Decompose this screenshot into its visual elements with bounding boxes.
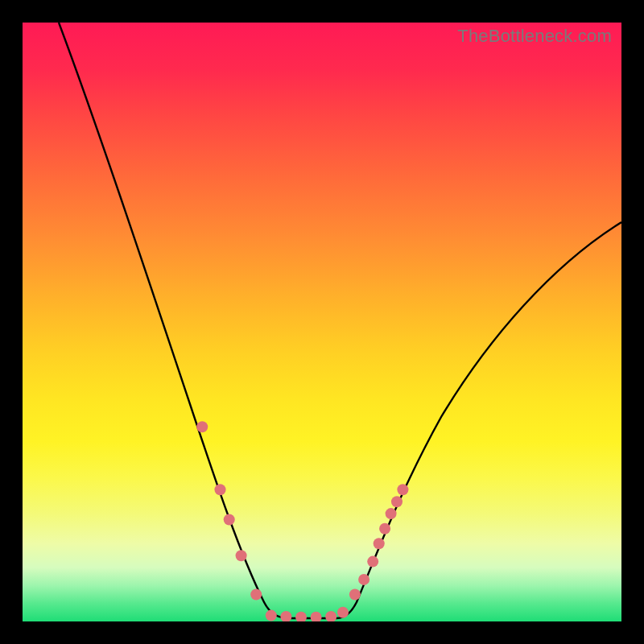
chart-stage: TheBottleneck.com [0, 0, 644, 644]
data-marker [337, 607, 349, 618]
data-marker [266, 610, 277, 621]
data-marker [250, 589, 262, 601]
data-marker [367, 556, 378, 568]
data-marker [379, 523, 390, 535]
marker-group [196, 421, 408, 621]
curve-layer [23, 23, 621, 621]
data-marker [196, 421, 208, 432]
watermark-text: TheBottleneck.com [457, 26, 612, 47]
data-marker [391, 496, 402, 507]
data-marker [280, 611, 291, 621]
data-marker [236, 550, 247, 561]
data-marker [349, 589, 361, 601]
data-marker [325, 611, 336, 621]
plot-area: TheBottleneck.com [23, 23, 621, 621]
data-marker [224, 514, 235, 526]
data-marker [397, 484, 408, 495]
data-marker [358, 574, 369, 585]
data-marker [215, 484, 226, 495]
data-marker [295, 612, 307, 621]
data-marker [311, 612, 322, 621]
data-marker [386, 508, 397, 519]
data-marker [374, 538, 385, 549]
bottleneck-curve [59, 23, 621, 618]
